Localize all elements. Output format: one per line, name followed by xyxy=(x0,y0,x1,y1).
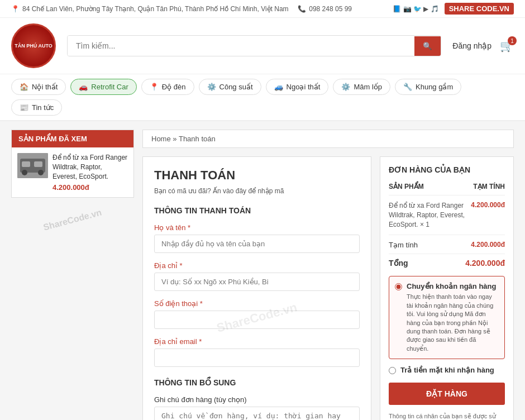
total-label: Tổng xyxy=(389,259,408,268)
nav-label-retrofit-car: Retrofit Car xyxy=(91,83,128,91)
nav-label-mam-lop: Mâm lốp xyxy=(354,83,382,91)
payment-radio-bank[interactable] xyxy=(395,283,402,290)
order-product-price: 4.200.000đ xyxy=(471,201,505,209)
sidebar-product-name: Để nổ từ xa Ford Ranger Wildtrak, Raptor… xyxy=(52,153,128,181)
header: TÂN PHÚ AUTO 🔍 Đăng nhập 🛒 1 xyxy=(0,18,525,74)
order-summary: ĐƠN HÀNG CỦA BẠN SẢN PHẨM TẠM TÍNH Để nổ… xyxy=(380,156,514,420)
note-textarea[interactable] xyxy=(154,407,360,420)
order-product-name: Để nổ từ xa Ford Ranger Wildtrak, Raptor… xyxy=(389,201,465,229)
search-icon: 🔍 xyxy=(423,42,432,50)
search-button[interactable]: 🔍 xyxy=(414,36,441,56)
nav-bar: 🏠 Nội thất 🚗 Retrofit Car 📍 Độ đèn ⚙️ Cô… xyxy=(0,74,525,121)
additional-section-title: THÔNG TIN BỔ SUNG xyxy=(154,378,360,387)
payment-bank-info: Chuyển khoản ngân hàng Thực hiện thanh t… xyxy=(407,282,499,353)
nav-item-ngoai-that[interactable]: 🚙 Ngoại thất xyxy=(266,79,329,95)
breadcrumb-home[interactable]: Home xyxy=(151,135,171,143)
home-icon: 🏠 xyxy=(20,83,28,91)
name-label: Họ và tên * xyxy=(154,223,360,232)
social-icons: 📘 📷 🐦 ▶ 🎵 xyxy=(393,5,438,13)
svg-point-2 xyxy=(22,170,27,175)
nav-item-cong-suat[interactable]: ⚙️ Công suất xyxy=(199,79,261,95)
nav-item-do-den[interactable]: 📍 Độ đèn xyxy=(141,79,194,95)
light-icon: 📍 xyxy=(150,83,159,91)
logo-circle: TÂN PHÚ AUTO xyxy=(11,23,56,68)
sidebar-product-image xyxy=(17,153,48,178)
exterior-icon: 🚙 xyxy=(274,83,283,91)
nav-item-noi-that[interactable]: 🏠 Nội thất xyxy=(11,79,66,95)
nav-label-cong-suat: Công suất xyxy=(219,83,253,91)
payment-cod-label: Trả tiền mặt khi nhận hàng xyxy=(400,366,494,374)
email-input[interactable] xyxy=(154,349,360,367)
nav-item-mam-lop[interactable]: ⚙️ Mâm lốp xyxy=(333,79,390,95)
payment-bank-desc: Thực hiện thanh toán vào ngay tài khoản … xyxy=(407,293,499,353)
sidebar: SẢN PHẨM ĐÃ XEM Để nổ từ xa Ford Ranger … xyxy=(11,130,134,420)
order-summary-box: ĐƠN HÀNG CỦA BẠN SẢN PHẨM TẠM TÍNH Để nổ… xyxy=(380,156,514,420)
note-label: Ghi chú đơn hàng (tùy chọn) xyxy=(154,395,360,404)
total-value: 4.200.000đ xyxy=(465,259,505,268)
watermark-sidebar: ShareCode.vn xyxy=(42,208,103,233)
sidebar-viewed-products: SẢN PHẨM ĐÃ XEM Để nổ từ xa Ford Ranger … xyxy=(11,130,134,198)
payment-option-bank[interactable]: Chuyển khoản ngân hàng Thực hiện thanh t… xyxy=(389,276,505,359)
sidebar-product-price: 4.200.000đ xyxy=(52,183,128,192)
chassis-icon: 🔧 xyxy=(403,83,412,91)
nav-item-tin-tuc[interactable]: 📰 Tin tức xyxy=(11,99,62,116)
order-total-row: Tổng 4.200.000đ xyxy=(389,259,505,268)
payment-radio-cod[interactable] xyxy=(389,367,396,374)
share-logo: SHARE CODE.VN xyxy=(445,3,514,15)
nav-label-noi-that: Nội thất xyxy=(32,83,58,91)
order-subtotal-row: Tạm tính 4.200.000đ xyxy=(389,241,505,254)
order-table-header: SẢN PHẨM TẠM TÍNH xyxy=(389,183,505,195)
car-icon: 🚗 xyxy=(79,83,88,91)
nav-label-khung-gam: Khung gầm xyxy=(416,83,453,91)
checkout-promo-text: Bạn có mã ưu đãi? Ấn vào đây để nhập mã xyxy=(154,187,360,195)
search-input[interactable] xyxy=(68,36,414,56)
billing-section-title: THÔNG TIN THANH TOÁN xyxy=(154,206,360,215)
main-content: SẢN PHẨM ĐÃ XEM Để nổ từ xa Ford Ranger … xyxy=(0,121,525,420)
payment-option-cod[interactable]: Trả tiền mặt khi nhận hàng xyxy=(389,366,505,374)
top-bar: 📍 84 Chế Lan Viên, Phường Tây Thạnh, Quậ… xyxy=(0,0,525,18)
nav-item-retrofit-car[interactable]: 🚗 Retrofit Car xyxy=(70,79,136,95)
cart-badge: 1 xyxy=(508,36,517,45)
nav-label-ngoai-that: Ngoại thất xyxy=(287,83,321,91)
address-group: Địa chỉ * xyxy=(154,261,360,291)
nav-item-khung-gam[interactable]: 🔧 Khung gầm xyxy=(395,79,461,95)
order-summary-title: ĐƠN HÀNG CỦA BẠN xyxy=(389,165,505,174)
address-input[interactable] xyxy=(154,273,360,291)
name-input[interactable] xyxy=(154,235,360,253)
note-group: Ghi chú đơn hàng (tùy chọn) xyxy=(154,395,360,420)
svg-rect-5 xyxy=(34,161,42,167)
breadcrumb-current: Thanh toán xyxy=(179,135,216,143)
logo-text: TÂN PHÚ AUTO xyxy=(15,43,52,49)
wheel-icon: ⚙️ xyxy=(341,83,350,91)
breadcrumb: Home » Thanh toán xyxy=(142,130,514,148)
search-container: 🔍 xyxy=(67,35,441,56)
top-bar-left: 📍 84 Chế Lan Viên, Phường Tây Thạnh, Quậ… xyxy=(11,5,352,13)
top-bar-right: 📘 📷 🐦 ▶ 🎵 SHARE CODE.VN xyxy=(393,3,514,15)
order-button[interactable]: ĐẶT HÀNG xyxy=(389,383,505,405)
phone-input[interactable] xyxy=(154,311,360,329)
svg-point-3 xyxy=(38,170,44,175)
address-label: Địa chỉ * xyxy=(154,261,360,270)
news-icon: 📰 xyxy=(20,103,28,112)
subtotal-value: 4.200.000đ xyxy=(471,241,505,249)
location-icon: 📍 xyxy=(11,5,20,13)
checkout-wrapper: THANH TOÁN Bạn có mã ưu đãi? Ấn vào đây … xyxy=(142,156,514,420)
checkout-title: THANH TOÁN xyxy=(154,168,360,183)
col-subtotal: TẠM TÍNH xyxy=(473,183,505,190)
sidebar-product-item: Để nổ từ xa Ford Ranger Wildtrak, Raptor… xyxy=(12,147,133,197)
sidebar-title: SẢN PHẨM ĐÃ XEM xyxy=(12,130,133,147)
phone-label: Số điện thoại * xyxy=(154,299,360,308)
content-area: Home » Thanh toán THANH TOÁN Bạn có mã ư… xyxy=(142,130,514,420)
svg-rect-4 xyxy=(22,161,30,167)
supplementary-section: THÔNG TIN BỔ SUNG Ghi chú đơn hàng (tùy … xyxy=(154,378,360,420)
cart-button[interactable]: 🛒 1 xyxy=(500,39,514,52)
breadcrumb-separator: » xyxy=(173,135,176,143)
checkout-form: THANH TOÁN Bạn có mã ưu đãi? Ấn vào đây … xyxy=(142,156,371,420)
phone-icon: 📞 xyxy=(298,5,306,13)
nav-label-tin-tuc: Tin tức xyxy=(32,103,54,112)
logo: TÂN PHÚ AUTO xyxy=(11,23,56,68)
col-product: SẢN PHẨM xyxy=(389,183,424,190)
address-text: 84 Chế Lan Viên, Phường Tây Thạnh, Quận … xyxy=(22,5,289,13)
name-group: Họ và tên * xyxy=(154,223,360,253)
login-button[interactable]: Đăng nhập xyxy=(452,41,491,50)
